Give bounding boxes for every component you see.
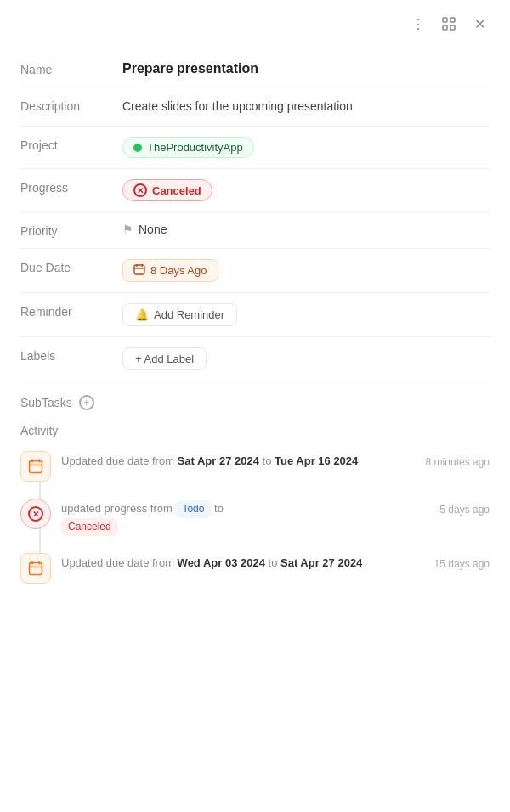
activity-item: ✕ updated progress from Todo to Canceled… — [20, 499, 490, 553]
add-reminder-button[interactable]: 🔔 Add Reminder — [122, 303, 237, 326]
activity-time-1: 8 minutes ago — [426, 453, 490, 468]
svg-rect-3 — [450, 25, 455, 30]
expand-icon[interactable] — [439, 14, 459, 34]
priority-display[interactable]: ⚑ None — [122, 223, 167, 236]
svg-rect-8 — [30, 461, 42, 473]
name-text[interactable]: Prepare presentation — [122, 61, 258, 76]
project-dot-icon — [133, 144, 142, 152]
activity-cancel-icon-2: ✕ — [20, 499, 51, 529]
activity-content-3: Updated due date from Wed Apr 03 2024 to… — [61, 553, 490, 572]
task-detail-panel: ⋮ ✕ Name Prepare presentation Descriptio… — [0, 0, 510, 812]
due-date-label: Due Date — [20, 259, 122, 274]
more-options-icon[interactable]: ⋮ — [408, 14, 428, 34]
priority-label: Priority — [20, 223, 122, 238]
canceled-badge-inline: Canceled — [61, 518, 118, 536]
priority-field-row: Priority ⚑ None — [20, 212, 490, 249]
reminder-label: Reminder — [20, 303, 122, 319]
activity-calendar-icon-3 — [20, 553, 51, 584]
svg-rect-12 — [30, 563, 42, 575]
description-text[interactable]: Create slides for the upcoming presentat… — [122, 98, 353, 116]
activity-time-3: 15 days ago — [434, 555, 490, 570]
project-badge[interactable]: TheProductivityApp — [122, 137, 254, 158]
due-date-text: 8 Days Ago — [150, 264, 207, 277]
name-value: Prepare presentation — [122, 61, 490, 76]
reminder-value: 🔔 Add Reminder — [122, 303, 490, 326]
activity-content-2: updated progress from Todo to Canceled 5… — [61, 499, 490, 536]
bell-icon: 🔔 — [135, 308, 149, 321]
toolbar: ⋮ ✕ — [20, 14, 490, 34]
subtasks-label: SubTasks — [20, 396, 72, 409]
labels-label: Labels — [20, 347, 122, 363]
activity-item: Updated due date from Wed Apr 03 2024 to… — [20, 553, 490, 584]
reminder-btn-text: Add Reminder — [154, 308, 224, 321]
due-date-field-row: Due Date 8 Days Ago — [20, 249, 490, 293]
flag-icon: ⚑ — [122, 223, 133, 236]
project-field-row: Project TheProductivityApp — [20, 127, 490, 169]
activity-time-2: 5 days ago — [439, 500, 490, 516]
priority-text: None — [139, 223, 167, 236]
activity-calendar-icon-1 — [20, 451, 51, 482]
description-field-row: Description Create slides for the upcomi… — [20, 87, 490, 127]
add-label-button[interactable]: + Add Label — [122, 347, 207, 370]
progress-field-row: Progress ✕ Canceled — [20, 169, 490, 212]
svg-rect-0 — [443, 18, 447, 22]
project-value: TheProductivityApp — [122, 137, 490, 158]
project-name: TheProductivityApp — [147, 141, 243, 154]
add-label-text: + Add Label — [135, 352, 194, 365]
due-date-badge[interactable]: 8 Days Ago — [122, 259, 218, 282]
activity-text-2: updated progress from Todo to Canceled — [61, 500, 224, 536]
svg-rect-4 — [134, 265, 144, 274]
name-field-row: Name Prepare presentation — [20, 51, 490, 87]
progress-badge[interactable]: ✕ Canceled — [122, 179, 212, 201]
activity-list: Updated due date from Sat Apr 27 2024 to… — [20, 451, 490, 584]
calendar-icon — [133, 263, 145, 278]
project-label: Project — [20, 137, 122, 152]
progress-text: Canceled — [152, 184, 201, 197]
description-value: Create slides for the upcoming presentat… — [122, 98, 490, 116]
due-date-value: 8 Days Ago — [122, 259, 490, 282]
svg-rect-2 — [443, 25, 447, 30]
activity-item: Updated due date from Sat Apr 27 2024 to… — [20, 451, 490, 499]
activity-section: Activity Updated due date from — [20, 417, 490, 584]
add-subtask-button[interactable]: + — [79, 395, 94, 410]
priority-value: ⚑ None — [122, 223, 490, 236]
activity-content-1: Updated due date from Sat Apr 27 2024 to… — [61, 451, 490, 471]
labels-field-row: Labels + Add Label — [20, 337, 490, 381]
cancel-circle-icon: ✕ — [133, 183, 147, 197]
activity-text-3: Updated due date from Wed Apr 03 2024 to… — [61, 555, 362, 572]
close-icon[interactable]: ✕ — [469, 14, 490, 34]
reminder-field-row: Reminder 🔔 Add Reminder — [20, 293, 490, 337]
svg-rect-1 — [450, 18, 455, 22]
progress-label: Progress — [20, 179, 122, 195]
subtasks-section: SubTasks + — [20, 381, 490, 417]
progress-value: ✕ Canceled — [122, 179, 490, 201]
name-label: Name — [20, 61, 122, 76]
activity-label: Activity — [20, 424, 490, 437]
activity-text-1: Updated due date from Sat Apr 27 2024 to… — [61, 453, 358, 471]
todo-badge: Todo — [175, 500, 211, 518]
description-label: Description — [20, 98, 122, 113]
labels-value: + Add Label — [122, 347, 490, 370]
